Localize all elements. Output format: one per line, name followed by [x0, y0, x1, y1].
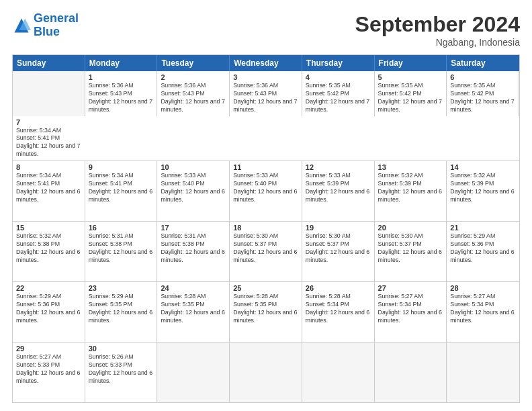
day-number: 1: [89, 73, 154, 81]
cell-info: Sunrise: 5:32 AMSunset: 5:39 PMDaylight:…: [378, 172, 443, 204]
calendar-cell: 24Sunrise: 5:28 AMSunset: 5:35 PMDayligh…: [157, 282, 230, 342]
day-number: 25: [233, 284, 298, 292]
cell-info: Sunrise: 5:28 AMSunset: 5:35 PMDaylight:…: [161, 293, 226, 325]
calendar-cell: 26Sunrise: 5:28 AMSunset: 5:34 PMDayligh…: [302, 282, 375, 342]
calendar-cell: 30Sunrise: 5:26 AMSunset: 5:33 PMDayligh…: [85, 342, 158, 402]
cell-info: Sunrise: 5:33 AMSunset: 5:40 PMDaylight:…: [161, 172, 226, 204]
calendar-cell: [447, 342, 519, 402]
day-number: 8: [16, 163, 81, 171]
day-number: 7: [16, 118, 82, 126]
cell-info: Sunrise: 5:27 AMSunset: 5:34 PMDaylight:…: [450, 293, 516, 325]
calendar-cell: 28Sunrise: 5:27 AMSunset: 5:34 PMDayligh…: [447, 282, 519, 342]
header-day: Wednesday: [230, 55, 302, 71]
day-number: 13: [378, 163, 443, 171]
logo-icon: [12, 16, 31, 35]
header-day: Saturday: [447, 55, 519, 71]
calendar-cell: 9Sunrise: 5:34 AMSunset: 5:41 PMDaylight…: [85, 161, 158, 221]
day-number: 16: [89, 224, 154, 232]
day-number: 17: [161, 224, 226, 232]
logo-text: General Blue: [34, 12, 79, 39]
calendar: SundayMondayTuesdayWednesdayThursdayFrid…: [12, 54, 520, 403]
header-day: Monday: [85, 55, 158, 71]
cell-info: Sunrise: 5:30 AMSunset: 5:37 PMDaylight:…: [378, 232, 443, 265]
cell-info: Sunrise: 5:35 AMSunset: 5:42 PMDaylight:…: [306, 82, 371, 114]
calendar-cell: 18Sunrise: 5:30 AMSunset: 5:37 PMDayligh…: [230, 222, 302, 281]
day-number: 22: [16, 284, 81, 292]
day-number: 9: [89, 163, 154, 171]
day-number: 24: [161, 284, 226, 292]
day-number: 27: [378, 284, 443, 292]
page: General Blue September 2024 Ngabang, Ind…: [0, 0, 532, 411]
cell-info: Sunrise: 5:34 AMSunset: 5:41 PMDaylight:…: [16, 127, 82, 159]
calendar-cell: 14Sunrise: 5:32 AMSunset: 5:39 PMDayligh…: [447, 161, 519, 221]
calendar-row: 22Sunrise: 5:29 AMSunset: 5:36 PMDayligh…: [13, 281, 519, 342]
header: General Blue September 2024 Ngabang, Ind…: [12, 12, 520, 48]
calendar-row: 29Sunrise: 5:27 AMSunset: 5:33 PMDayligh…: [13, 342, 519, 402]
day-number: 5: [378, 73, 443, 81]
calendar-cell: 10Sunrise: 5:33 AMSunset: 5:40 PMDayligh…: [157, 161, 230, 221]
header-day: Tuesday: [157, 55, 230, 71]
calendar-body: 1Sunrise: 5:36 AMSunset: 5:43 PMDaylight…: [13, 71, 519, 402]
calendar-cell: 19Sunrise: 5:30 AMSunset: 5:37 PMDayligh…: [302, 222, 375, 281]
cell-info: Sunrise: 5:30 AMSunset: 5:37 PMDaylight:…: [306, 232, 371, 265]
cell-info: Sunrise: 5:31 AMSunset: 5:38 PMDaylight:…: [89, 232, 154, 265]
day-number: 20: [378, 224, 443, 232]
day-number: 11: [233, 163, 298, 171]
day-number: 21: [450, 224, 516, 232]
day-number: 12: [306, 163, 371, 171]
header-day: Thursday: [302, 55, 375, 71]
calendar-cell: [302, 342, 375, 402]
calendar-cell: 29Sunrise: 5:27 AMSunset: 5:33 PMDayligh…: [13, 342, 85, 402]
day-number: 4: [306, 73, 371, 81]
calendar-cell: 27Sunrise: 5:27 AMSunset: 5:34 PMDayligh…: [375, 282, 447, 342]
location: Ngabang, Indonesia: [355, 37, 520, 48]
calendar-cell: [230, 342, 302, 402]
cell-info: Sunrise: 5:36 AMSunset: 5:43 PMDaylight:…: [161, 82, 226, 114]
header-day: Sunday: [13, 55, 85, 71]
cell-info: Sunrise: 5:35 AMSunset: 5:42 PMDaylight:…: [450, 82, 515, 114]
calendar-row: 8Sunrise: 5:34 AMSunset: 5:41 PMDaylight…: [13, 161, 519, 221]
calendar-cell: 1Sunrise: 5:36 AMSunset: 5:43 PMDaylight…: [85, 71, 158, 116]
day-number: 10: [161, 163, 226, 171]
calendar-cell: 6Sunrise: 5:35 AMSunset: 5:42 PMDaylight…: [447, 71, 519, 116]
day-number: 2: [161, 73, 226, 81]
calendar-cell: 22Sunrise: 5:29 AMSunset: 5:36 PMDayligh…: [13, 282, 85, 342]
header-day: Friday: [375, 55, 447, 71]
cell-info: Sunrise: 5:36 AMSunset: 5:43 PMDaylight:…: [89, 82, 154, 114]
calendar-cell: 8Sunrise: 5:34 AMSunset: 5:41 PMDaylight…: [13, 161, 85, 221]
calendar-cell: 20Sunrise: 5:30 AMSunset: 5:37 PMDayligh…: [375, 222, 447, 281]
calendar-cell: 21Sunrise: 5:29 AMSunset: 5:36 PMDayligh…: [447, 222, 519, 281]
cell-info: Sunrise: 5:27 AMSunset: 5:33 PMDaylight:…: [16, 353, 81, 385]
cell-info: Sunrise: 5:36 AMSunset: 5:43 PMDaylight:…: [233, 82, 298, 114]
logo: General Blue: [12, 12, 79, 39]
calendar-cell: 5Sunrise: 5:35 AMSunset: 5:42 PMDaylight…: [375, 71, 447, 116]
calendar-cell: 23Sunrise: 5:29 AMSunset: 5:35 PMDayligh…: [85, 282, 158, 342]
calendar-cell: 4Sunrise: 5:35 AMSunset: 5:42 PMDaylight…: [302, 71, 375, 116]
calendar-cell: [157, 342, 230, 402]
calendar-cell: 13Sunrise: 5:32 AMSunset: 5:39 PMDayligh…: [375, 161, 447, 221]
cell-info: Sunrise: 5:28 AMSunset: 5:35 PMDaylight:…: [233, 293, 298, 325]
calendar-cell: 16Sunrise: 5:31 AMSunset: 5:38 PMDayligh…: [85, 222, 158, 281]
calendar-cell: 25Sunrise: 5:28 AMSunset: 5:35 PMDayligh…: [230, 282, 302, 342]
day-number: 26: [306, 284, 371, 292]
cell-info: Sunrise: 5:34 AMSunset: 5:41 PMDaylight:…: [89, 172, 154, 204]
day-number: 15: [16, 224, 81, 232]
calendar-row: 15Sunrise: 5:32 AMSunset: 5:38 PMDayligh…: [13, 221, 519, 281]
cell-info: Sunrise: 5:29 AMSunset: 5:35 PMDaylight:…: [89, 293, 154, 325]
calendar-row: 1Sunrise: 5:36 AMSunset: 5:43 PMDaylight…: [13, 71, 519, 161]
cell-info: Sunrise: 5:35 AMSunset: 5:42 PMDaylight:…: [378, 82, 443, 114]
calendar-cell: 15Sunrise: 5:32 AMSunset: 5:38 PMDayligh…: [13, 222, 85, 281]
calendar-cell: 7Sunrise: 5:34 AMSunset: 5:41 PMDaylight…: [13, 116, 85, 161]
month-title: September 2024: [355, 12, 520, 37]
cell-info: Sunrise: 5:30 AMSunset: 5:37 PMDaylight:…: [233, 232, 298, 265]
cell-info: Sunrise: 5:27 AMSunset: 5:34 PMDaylight:…: [378, 293, 443, 325]
calendar-cell: 3Sunrise: 5:36 AMSunset: 5:43 PMDaylight…: [230, 71, 302, 116]
day-number: 23: [89, 284, 154, 292]
day-number: 28: [450, 284, 516, 292]
cell-info: Sunrise: 5:28 AMSunset: 5:34 PMDaylight:…: [306, 293, 371, 325]
cell-info: Sunrise: 5:33 AMSunset: 5:39 PMDaylight:…: [306, 172, 371, 204]
day-number: 29: [16, 345, 81, 353]
cell-info: Sunrise: 5:32 AMSunset: 5:39 PMDaylight:…: [450, 172, 516, 204]
cell-info: Sunrise: 5:34 AMSunset: 5:41 PMDaylight:…: [16, 172, 81, 204]
cell-info: Sunrise: 5:29 AMSunset: 5:36 PMDaylight:…: [16, 293, 81, 325]
